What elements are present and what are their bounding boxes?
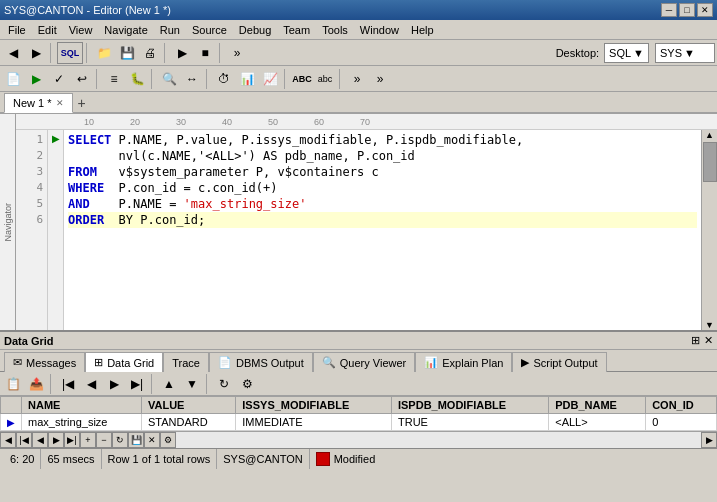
code-area[interactable]: 1 2 3 4 5 6 ▶ SELECT P.NAME, P.value, P.… (16, 130, 717, 330)
menu-debug[interactable]: Debug (233, 23, 277, 37)
exec-empty-4 (48, 178, 63, 194)
menu-view[interactable]: View (63, 23, 99, 37)
menu-help[interactable]: Help (405, 23, 440, 37)
menu-window[interactable]: Window (354, 23, 405, 37)
pin-button[interactable]: ⊞ (691, 334, 700, 347)
run-button[interactable]: ▶ (171, 42, 193, 64)
panel-close-button[interactable]: ✕ (704, 334, 713, 347)
th-conid[interactable]: CON_ID (646, 397, 717, 414)
scrollbar-thumb[interactable] (703, 142, 717, 182)
cell-pdbname: <ALL> (549, 414, 646, 431)
menu-run[interactable]: Run (154, 23, 186, 37)
grid-copy-button[interactable]: 📋 (2, 373, 24, 395)
scroll-left-button[interactable]: ◀ (0, 432, 16, 448)
status-indicator-icon (316, 452, 330, 466)
table-header-row: NAME VALUE ISSYS_MODIFIABLE ISPDB_MODIFI… (1, 397, 717, 414)
spell-button[interactable]: ABC (291, 68, 313, 90)
menu-team[interactable]: Team (277, 23, 316, 37)
history-button[interactable]: ⏱ (213, 68, 235, 90)
format-button[interactable]: ≡ (103, 68, 125, 90)
tab-messages[interactable]: ✉ Messages (4, 352, 85, 372)
forward-button[interactable]: ▶ (25, 42, 47, 64)
stop-button[interactable]: ■ (194, 42, 216, 64)
commit-button[interactable]: ✓ (48, 68, 70, 90)
close-button[interactable]: ✕ (697, 3, 713, 17)
code-editor[interactable]: SELECT P.NAME, P.value, P.issys_modifiab… (64, 130, 701, 330)
back-button[interactable]: ◀ (2, 42, 24, 64)
grid-next-button[interactable]: ▶ (103, 373, 125, 395)
nav-prev-button[interactable]: ◀ (32, 432, 48, 448)
filter-button[interactable]: ⚙ (160, 432, 176, 448)
editor-scrollbar[interactable]: ▲ ▼ (701, 130, 717, 330)
menu-tools[interactable]: Tools (316, 23, 354, 37)
delete-row-button[interactable]: − (96, 432, 112, 448)
add-row-button[interactable]: + (80, 432, 96, 448)
menu-file[interactable]: File (2, 23, 32, 37)
new-button[interactable]: 📄 (2, 68, 24, 90)
replace-button[interactable]: ↔ (181, 68, 203, 90)
nav-next-button[interactable]: ▶ (48, 432, 64, 448)
nav-first-button[interactable]: |◀ (16, 432, 32, 448)
grid-first-button[interactable]: |◀ (57, 373, 79, 395)
explain-button[interactable]: 📊 (236, 68, 258, 90)
sep3 (164, 43, 168, 63)
minimize-button[interactable]: ─ (661, 3, 677, 17)
menu-edit[interactable]: Edit (32, 23, 63, 37)
save-rows-button[interactable]: 💾 (128, 432, 144, 448)
th-name[interactable]: NAME (22, 397, 142, 414)
grid-filter-button[interactable]: ⚙ (236, 373, 258, 395)
sql-icon[interactable]: SQL (57, 42, 83, 64)
grid-export-button[interactable]: 📤 (25, 373, 47, 395)
maximize-button[interactable]: □ (679, 3, 695, 17)
window-controls[interactable]: ─ □ ✕ (661, 3, 713, 17)
scroll-up-button[interactable]: ▲ (705, 130, 714, 140)
debug-button[interactable]: 🐛 (126, 68, 148, 90)
cancel-button[interactable]: ✕ (144, 432, 160, 448)
open-button[interactable]: 📁 (93, 42, 115, 64)
th-pdbname[interactable]: PDB_NAME (549, 397, 646, 414)
scroll-right-button[interactable]: ▶ (701, 432, 717, 448)
status-position: 6: 20 (4, 449, 41, 469)
grid-down-button[interactable]: ▼ (181, 373, 203, 395)
desktop-dropdown[interactable]: SQL ▼ (604, 43, 649, 63)
spell2-button[interactable]: abc (314, 68, 336, 90)
bottom-scrollbar[interactable]: ◀ |◀ ◀ ▶ ▶| + − ↻ 💾 ✕ ⚙ ▶ (0, 431, 717, 447)
messages-icon: ✉ (13, 356, 22, 369)
line-num-2: 2 (16, 148, 47, 164)
find-button[interactable]: 🔍 (158, 68, 180, 90)
nav-last-button[interactable]: ▶| (64, 432, 80, 448)
tab-new1[interactable]: New 1 * ✕ (4, 93, 73, 113)
rollback-button[interactable]: ↩ (71, 68, 93, 90)
more2-button[interactable]: » (346, 68, 368, 90)
tab-data-grid[interactable]: ⊞ Data Grid (85, 352, 163, 372)
code-line-2: nvl(c.NAME,'<ALL>') AS pdb_name, P.con_i… (68, 148, 697, 164)
tab-dbms-output[interactable]: 📄 DBMS Output (209, 352, 313, 372)
grid-prev-button[interactable]: ◀ (80, 373, 102, 395)
tab-close-button[interactable]: ✕ (56, 98, 64, 108)
more3-button[interactable]: » (369, 68, 391, 90)
th-value[interactable]: VALUE (141, 397, 235, 414)
grid-last-button[interactable]: ▶| (126, 373, 148, 395)
run-script-button[interactable]: ▶ (25, 68, 47, 90)
grid-up-button[interactable]: ▲ (158, 373, 180, 395)
user-dropdown[interactable]: SYS ▼ (655, 43, 715, 63)
refresh-button[interactable]: ↻ (112, 432, 128, 448)
grid-refresh-button[interactable]: ↻ (213, 373, 235, 395)
add-tab-button[interactable]: + (73, 94, 91, 112)
tab-script-output[interactable]: ▶ Script Output (512, 352, 606, 372)
menu-source[interactable]: Source (186, 23, 233, 37)
code-line-1: SELECT P.NAME, P.value, P.issys_modifiab… (68, 132, 697, 148)
save-button[interactable]: 💾 (116, 42, 138, 64)
tab-trace[interactable]: Trace (163, 352, 209, 372)
line-num-3: 3 (16, 164, 47, 180)
print-button[interactable]: 🖨 (139, 42, 161, 64)
tab-explain-plan[interactable]: 📊 Explain Plan (415, 352, 512, 372)
th-ispdb[interactable]: ISPDB_MODIFIABLE (391, 397, 548, 414)
scroll-down-button[interactable]: ▼ (705, 320, 714, 330)
th-issys[interactable]: ISSYS_MODIFIABLE (236, 397, 392, 414)
autotrace-button[interactable]: 📈 (259, 68, 281, 90)
more-button[interactable]: » (226, 42, 248, 64)
tab-query-viewer[interactable]: 🔍 Query Viewer (313, 352, 415, 372)
menu-navigate[interactable]: Navigate (98, 23, 153, 37)
horizontal-scroll-track[interactable] (176, 432, 701, 448)
